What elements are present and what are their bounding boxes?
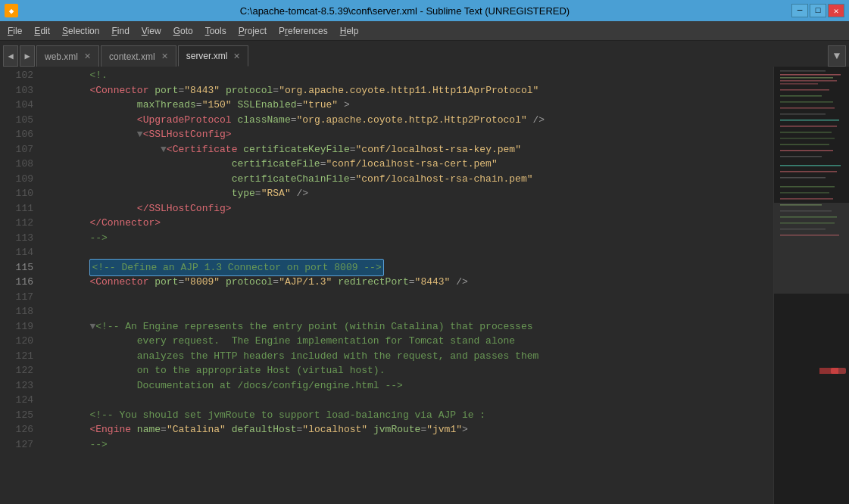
code-line-123: Documentation at /docs/config/engine.htm… — [42, 378, 773, 394]
code-line-106: ▼<SSLHostConfig> — [42, 127, 773, 142]
svg-rect-12 — [780, 120, 839, 121]
code-line-114 — [42, 245, 773, 260]
code-line-125: <!-- You should set jvmRoute to support … — [42, 408, 773, 423]
svg-rect-22 — [780, 186, 835, 188]
code-line-110: type="RSA" /> — [42, 186, 773, 201]
app-icon: ◆ — [5, 4, 18, 17]
svg-rect-2 — [780, 70, 826, 72]
code-line-124 — [42, 393, 773, 408]
code-line-120: every request. The Engine implementation… — [42, 334, 773, 349]
svg-rect-7 — [780, 89, 829, 91]
tab-web-xml-label: web.xml — [45, 51, 78, 62]
line-num-107: 107 — [0, 142, 33, 157]
menu-project[interactable]: Project — [233, 24, 273, 38]
line-num-113: 113 — [0, 231, 33, 246]
svg-rect-15 — [780, 138, 835, 139]
menu-file[interactable]: File — [2, 24, 28, 38]
line-num-110: 110 — [0, 186, 33, 201]
titlebar: ◆ C:\apache-tomcat-8.5.39\conf\server.xm… — [0, 0, 849, 21]
line-num-106: 106 — [0, 127, 33, 142]
minimap[interactable] — [773, 67, 849, 504]
svg-rect-19 — [780, 165, 841, 166]
svg-rect-30 — [780, 235, 839, 236]
svg-rect-20 — [780, 171, 837, 173]
line-num-122: 122 — [0, 363, 33, 378]
menu-goto[interactable]: Goto — [167, 24, 199, 38]
tab-web-xml-close[interactable]: ✕ — [84, 51, 91, 61]
tab-context-xml-close[interactable]: ✕ — [161, 51, 168, 61]
code-line-107: ▼<Certificate certificateKeyFile="conf/l… — [42, 142, 773, 157]
menu-preferences[interactable]: Preferences — [273, 24, 334, 38]
code-line-118 — [42, 304, 773, 319]
code-line-104: maxThreads="150" SSLEnabled="true" > — [42, 98, 773, 113]
window-title: C:\apache-tomcat-8.5.39\conf\server.xml … — [240, 5, 570, 17]
minimap-highlight — [831, 368, 846, 374]
line-num-102: 102 — [0, 68, 33, 83]
code-line-117 — [42, 290, 773, 305]
svg-rect-17 — [780, 150, 833, 151]
line-num-118: 118 — [0, 304, 33, 319]
svg-rect-27 — [780, 216, 837, 218]
line-num-120: 120 — [0, 334, 33, 349]
close-button[interactable]: ✕ — [828, 4, 844, 17]
tab-next-button[interactable]: ▶ — [20, 45, 35, 67]
tab-context-xml-label: context.xml — [109, 51, 155, 62]
menu-edit[interactable]: Edit — [28, 24, 56, 38]
svg-rect-21 — [780, 177, 826, 179]
svg-rect-13 — [780, 126, 837, 127]
code-line-109: certificateChainFile="conf/localhost-rsa… — [42, 172, 773, 187]
line-num-108: 108 — [0, 157, 33, 172]
code-line-111: </SSLHostConfig> — [42, 201, 773, 216]
code-line-126: <Engine name="Catalina" defaultHost="loc… — [42, 422, 773, 437]
svg-rect-29 — [780, 229, 826, 230]
line-num-103: 103 — [0, 83, 33, 98]
menu-tools[interactable]: Tools — [199, 24, 233, 38]
tab-prev-button[interactable]: ◀ — [3, 45, 18, 67]
svg-rect-26 — [780, 210, 832, 212]
line-num-126: 126 — [0, 422, 33, 437]
menu-find[interactable]: Find — [105, 24, 135, 38]
tab-server-xml[interactable]: server.xml ✕ — [178, 45, 249, 67]
code-area[interactable]: <!. <Connector port="8443" protocol="org… — [39, 67, 773, 504]
code-line-112: </Connector> — [42, 216, 773, 231]
svg-rect-6 — [780, 83, 818, 85]
code-line-102: <!. — [42, 68, 773, 83]
svg-rect-16 — [780, 144, 829, 145]
tab-context-xml[interactable]: context.xml ✕ — [101, 45, 176, 67]
svg-rect-8 — [780, 95, 822, 97]
line-num-116: 116 — [0, 275, 33, 290]
code-line-119: ▼<!-- An Engine represents the entry poi… — [42, 319, 773, 334]
line-num-121: 121 — [0, 349, 33, 364]
svg-rect-4 — [780, 77, 833, 79]
line-num-111: 111 — [0, 201, 33, 216]
code-line-116: <Connector port="8009" protocol="AJP/1.3… — [42, 275, 773, 290]
code-line-121: analyzes the HTTP headers included with … — [42, 349, 773, 364]
svg-rect-18 — [780, 156, 822, 157]
menu-view[interactable]: View — [136, 24, 167, 38]
minimize-button[interactable]: ─ — [791, 4, 808, 17]
tab-server-xml-label: server.xml — [186, 51, 228, 61]
tab-web-xml[interactable]: web.xml ✕ — [36, 45, 99, 67]
line-numbers: 102 103 104 105 106 107 108 109 110 111 … — [0, 67, 39, 504]
svg-rect-24 — [780, 198, 833, 200]
tab-overflow-button[interactable]: ▼ — [828, 45, 846, 67]
svg-rect-5 — [780, 80, 837, 82]
svg-rect-28 — [780, 222, 835, 224]
line-num-119: 119 — [0, 319, 33, 334]
line-num-109: 109 — [0, 172, 33, 187]
maximize-button[interactable]: □ — [810, 4, 826, 17]
line-num-124: 124 — [0, 393, 33, 408]
code-line-113: --> — [42, 231, 773, 246]
line-num-112: 112 — [0, 216, 33, 231]
line-num-115: 115 — [0, 260, 33, 275]
svg-rect-9 — [780, 101, 833, 103]
tabbar: ◀ ▶ web.xml ✕ context.xml ✕ server.xml ✕… — [0, 41, 849, 67]
menu-help[interactable]: Help — [334, 24, 365, 38]
svg-rect-14 — [780, 132, 832, 133]
code-line-108: certificateFile="conf/localhost-rsa-cert… — [42, 157, 773, 172]
line-num-104: 104 — [0, 98, 33, 113]
editor: 102 103 104 105 106 107 108 109 110 111 … — [0, 67, 849, 504]
tab-server-xml-close[interactable]: ✕ — [233, 51, 240, 61]
line-num-117: 117 — [0, 290, 33, 305]
menu-selection[interactable]: Selection — [56, 24, 105, 38]
